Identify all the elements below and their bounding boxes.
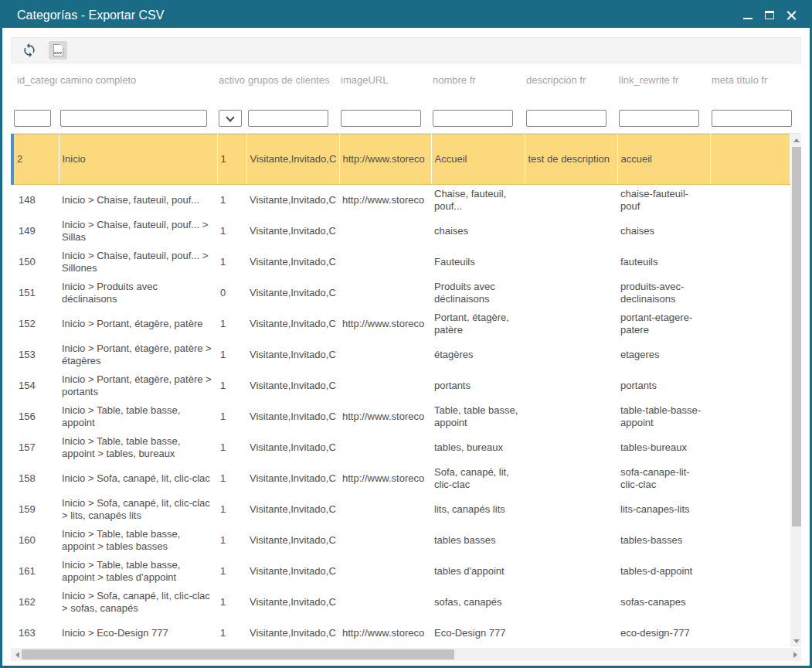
cell-meta_titulo_fr[interactable] <box>710 339 790 370</box>
cell-camino_completo[interactable]: Inicio > Portant, étagère, patère > port… <box>59 370 217 401</box>
cell-nombre_fr[interactable]: tables basses <box>431 525 525 556</box>
cell-nombre_fr[interactable]: Accueil <box>431 135 525 185</box>
cell-activo[interactable]: 1 <box>217 247 246 278</box>
cell-link_rewrite_fr[interactable]: tables-d-appoint <box>617 556 710 587</box>
table-row[interactable]: 150Inicio > Chaise, fauteuil, pouf... > … <box>12 247 790 278</box>
cell-camino_completo[interactable]: Inicio > Table, table basse, appoint <box>59 401 217 432</box>
cell-nombre_fr[interactable]: Produits avec déclinaisons <box>431 278 525 308</box>
cell-nombre_fr[interactable]: sofas, canapés <box>431 587 525 618</box>
filter-input-grupos_de_clientes[interactable] <box>248 110 328 127</box>
cell-imageurl[interactable] <box>339 525 431 556</box>
table-row[interactable]: 156Inicio > Table, table basse, appoint1… <box>12 401 790 432</box>
cell-nombre_fr[interactable]: étagères <box>431 339 525 370</box>
cell-descripcion_fr[interactable] <box>525 587 617 618</box>
cell-meta_titulo_fr[interactable] <box>710 587 790 618</box>
filter-input-id_categoria[interactable] <box>14 110 51 127</box>
cell-id_categoria[interactable]: 154 <box>12 370 59 401</box>
cell-grupos_de_clientes[interactable]: Visitante,Invitado,C <box>246 185 339 216</box>
cell-activo[interactable]: 1 <box>217 618 246 648</box>
filter-input-descripcion_fr[interactable] <box>526 110 606 127</box>
close-icon[interactable] <box>786 9 797 21</box>
cell-meta_titulo_fr[interactable] <box>710 185 790 216</box>
cell-meta_titulo_fr[interactable] <box>710 308 790 339</box>
cell-descripcion_fr[interactable] <box>525 463 617 494</box>
cell-imageurl[interactable] <box>339 247 431 278</box>
cell-imageurl[interactable] <box>339 339 431 370</box>
filter-select-activo[interactable] <box>219 110 242 127</box>
cell-nombre_fr[interactable]: lits, canapés lits <box>431 494 525 525</box>
scroll-down-arrow-icon[interactable] <box>790 635 802 647</box>
cell-activo[interactable]: 1 <box>217 556 246 587</box>
cell-link_rewrite_fr[interactable]: tables-bureaux <box>617 432 710 463</box>
cell-link_rewrite_fr[interactable]: portant-etagere-patere <box>617 308 710 339</box>
cell-grupos_de_clientes[interactable]: Visitante,Invitado,C <box>246 370 339 401</box>
cell-activo[interactable]: 1 <box>217 308 246 339</box>
cell-grupos_de_clientes[interactable]: Visitante,Invitado,C <box>246 135 339 185</box>
cell-imageurl[interactable] <box>339 370 431 401</box>
cell-meta_titulo_fr[interactable] <box>710 618 790 648</box>
table-row[interactable]: 2Inicio1Visitante,Invitado,Chttp://www.s… <box>12 135 790 185</box>
cell-descripcion_fr[interactable] <box>525 432 617 463</box>
cell-link_rewrite_fr[interactable]: portants <box>617 370 710 401</box>
cell-nombre_fr[interactable]: tables d'appoint <box>431 556 525 587</box>
cell-grupos_de_clientes[interactable]: Visitante,Invitado,C <box>246 556 339 587</box>
cell-id_categoria[interactable]: 152 <box>12 308 59 339</box>
table-row[interactable]: 160Inicio > Table, table basse, appoint … <box>12 525 790 556</box>
table-row[interactable]: 157Inicio > Table, table basse, appoint … <box>12 432 790 463</box>
scroll-right-arrow-icon[interactable] <box>789 648 801 661</box>
cell-camino_completo[interactable]: Inicio > Portant, étagère, patère <box>59 308 217 339</box>
table-row[interactable]: 152Inicio > Portant, étagère, patère1Vis… <box>12 308 790 339</box>
cell-nombre_fr[interactable]: chaises <box>431 216 525 247</box>
cell-descripcion_fr[interactable] <box>525 216 617 247</box>
cell-meta_titulo_fr[interactable] <box>710 494 790 525</box>
cell-camino_completo[interactable]: Inicio > Sofa, canapé, lit, clic-clac > … <box>59 494 217 525</box>
cell-camino_completo[interactable]: Inicio <box>59 135 217 185</box>
cell-grupos_de_clientes[interactable]: Visitante,Invitado,C <box>246 216 339 247</box>
cell-grupos_de_clientes[interactable]: Visitante,Invitado,C <box>246 401 339 432</box>
cell-meta_titulo_fr[interactable] <box>710 401 790 432</box>
cell-camino_completo[interactable]: Inicio > Chaise, fauteuil, pouf... > Sil… <box>59 247 217 278</box>
cell-imageurl[interactable]: http://www.storeco <box>339 185 431 216</box>
column-header-meta_titulo_fr[interactable]: meta título fr <box>708 68 788 110</box>
cell-grupos_de_clientes[interactable]: Visitante,Invitado,C <box>246 339 339 370</box>
vertical-scrollbar-thumb[interactable] <box>792 147 802 527</box>
cell-activo[interactable]: 1 <box>217 432 246 463</box>
cell-id_categoria[interactable]: 159 <box>12 494 59 525</box>
cell-activo[interactable]: 1 <box>217 185 246 216</box>
cell-meta_titulo_fr[interactable] <box>710 370 790 401</box>
horizontal-scrollbar-thumb[interactable] <box>22 649 454 659</box>
cell-camino_completo[interactable]: Inicio > Eco-Design 777 <box>59 618 217 648</box>
cell-activo[interactable]: 1 <box>217 216 246 247</box>
cell-imageurl[interactable]: http://www.storeco <box>339 618 431 648</box>
cell-link_rewrite_fr[interactable]: chaises <box>617 216 710 247</box>
cell-camino_completo[interactable]: Inicio > Portant, étagère, patère > étag… <box>59 339 217 370</box>
cell-id_categoria[interactable]: 149 <box>12 216 59 247</box>
table-row[interactable]: 161Inicio > Table, table basse, appoint … <box>12 556 790 587</box>
cell-link_rewrite_fr[interactable]: etageres <box>617 339 710 370</box>
table-row[interactable]: 149Inicio > Chaise, fauteuil, pouf... > … <box>12 216 790 247</box>
cell-activo[interactable]: 1 <box>217 525 246 556</box>
cell-descripcion_fr[interactable] <box>525 494 617 525</box>
cell-link_rewrite_fr[interactable]: sofas-canapes <box>617 587 710 618</box>
cell-descripcion_fr[interactable] <box>525 401 617 432</box>
cell-meta_titulo_fr[interactable] <box>710 463 790 494</box>
column-header-imageurl[interactable]: imageURL <box>338 68 430 110</box>
cell-link_rewrite_fr[interactable]: fauteuils <box>617 247 710 278</box>
maximize-icon[interactable] <box>764 9 776 21</box>
cell-imageurl[interactable]: http://www.storeco <box>339 463 431 494</box>
cell-id_categoria[interactable]: 153 <box>12 339 59 370</box>
cell-link_rewrite_fr[interactable]: sofa-canape-lit-clic-clac <box>617 463 710 494</box>
cell-descripcion_fr[interactable] <box>525 278 617 308</box>
column-header-id_categoria[interactable]: id_categoría <box>11 68 57 110</box>
cell-link_rewrite_fr[interactable]: eco-design-777 <box>617 618 710 648</box>
cell-meta_titulo_fr[interactable] <box>710 216 790 247</box>
column-header-descripcion_fr[interactable]: descripción fr <box>523 68 616 110</box>
cell-imageurl[interactable] <box>339 278 431 308</box>
cell-meta_titulo_fr[interactable] <box>710 135 790 185</box>
table-row[interactable]: 159Inicio > Sofa, canapé, lit, clic-clac… <box>12 494 790 525</box>
cell-id_categoria[interactable]: 156 <box>12 401 59 432</box>
cell-activo[interactable]: 1 <box>217 339 246 370</box>
cell-grupos_de_clientes[interactable]: Visitante,Invitado,C <box>246 587 339 618</box>
column-header-camino_completo[interactable]: camino completo <box>57 68 216 110</box>
cell-link_rewrite_fr[interactable]: tables-basses <box>617 525 710 556</box>
